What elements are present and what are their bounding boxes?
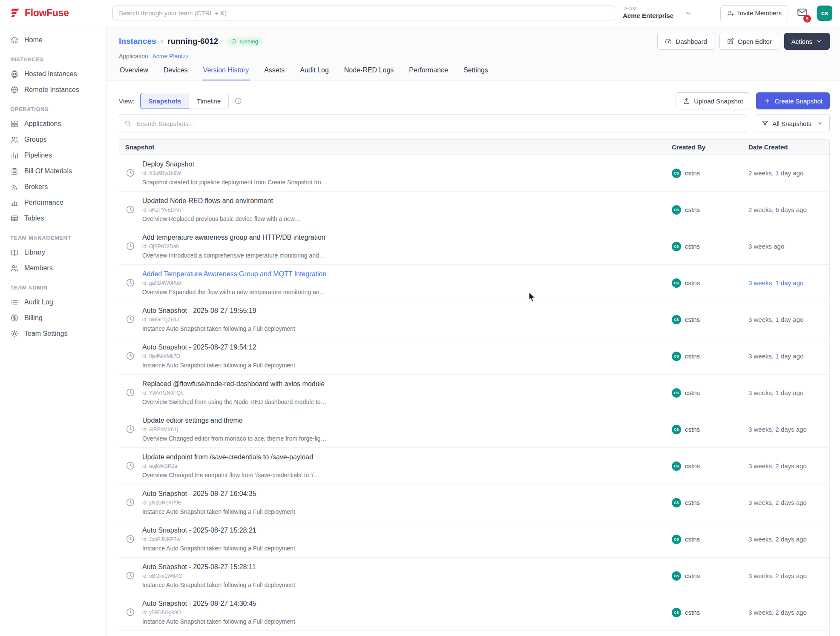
tab-overview[interactable]: Overview [119,66,149,80]
invite-members-button[interactable]: Invite Members [720,5,788,21]
snapshot-title[interactable]: Auto Snapshot - 2025-08-27 19:54:12 [142,343,295,352]
snapshot-id: id: y5RD5Ggk0O [142,610,295,616]
breadcrumb-instances-link[interactable]: Instances [119,37,156,46]
snapshot-row[interactable]: Update editor settings and theme id: AlR… [119,411,829,448]
date-created-cell: 3 weeks, 1 day ago [748,316,829,323]
snapshot-title[interactable]: Add temperature awareness group and HTTP… [142,233,325,242]
snapshot-row[interactable]: Update endpoint from /save-credentials t… [119,448,829,484]
tab-settings[interactable]: Settings [463,66,489,80]
author-name: cstns [685,206,700,213]
upload-snapshot-button[interactable]: Upload Snapshot [676,92,750,109]
tab-audit-log[interactable]: Audit Log [299,66,330,80]
snapshot-id: id: JxpPJNKPZw [142,536,295,543]
column-header-created-by[interactable]: Created By [672,143,748,151]
snapshot-row[interactable]: Add HTTP endpoint for saving credentials… [119,631,829,636]
snapshot-row[interactable]: Updated Node-RED flows and environment i… [119,192,829,228]
notifications-button[interactable]: 5 [797,7,808,20]
tab-node-red-logs[interactable]: Node-RED Logs [343,66,395,80]
snapshot-row[interactable]: Auto Snapshot - 2025-08-27 15:28:11 id: … [119,558,829,594]
application-link[interactable]: Acme Plantzz [152,53,189,60]
column-header-snapshot[interactable]: Snapshot [119,143,672,151]
created-by-cell: cs cstns [672,498,748,507]
info-icon[interactable] [234,97,242,105]
snapshot-row[interactable]: Add temperature awareness group and HTTP… [119,228,829,265]
open-editor-button[interactable]: Open Editor [719,33,779,50]
snapshot-row[interactable]: Auto Snapshot - 2025-08-27 19:55:19 id: … [119,301,829,338]
snapshot-title[interactable]: Deploy Snapshot [142,160,327,169]
snapshot-title[interactable]: Replaced @flowfuse/node-red-dashboard wi… [142,380,327,389]
table-header: Snapshot Created By Date Created [119,140,829,155]
user-avatar[interactable]: cs [817,6,832,21]
snapshot-filter-dropdown[interactable]: All Snapshots [755,115,830,132]
snapshot-row[interactable]: Auto Snapshot - 2025-08-27 14:30:45 id: … [119,594,829,631]
sidebar-item-audit-log[interactable]: Audit Log [0,294,106,310]
author-name: cstns [685,462,700,470]
create-snapshot-button[interactable]: Create Snapshot [756,92,830,109]
sidebar-item-groups[interactable]: Groups [0,132,106,147]
author-name: cstns [685,316,700,323]
snapshot-title[interactable]: Update editor settings and theme [142,416,327,425]
snapshot-row[interactable]: Auto Snapshot - 2025-08-27 19:54:12 id: … [119,338,829,375]
created-by-cell: cs cstns [672,169,748,178]
snapshot-row[interactable]: Deploy Snapshot id: X3o6Bw1k9W Snapshot … [119,155,829,192]
snapshot-description: Snapshot created for pipeline deployment… [142,178,327,186]
breadcrumb: Instances › running-6012 running [119,37,263,46]
date-created-cell: 3 weeks, 1 day ago [748,279,829,286]
tab-version-history[interactable]: Version History [202,66,250,80]
sidebar-item-team-settings[interactable]: Team Settings [0,326,106,341]
snapshot-search-input[interactable] [119,115,746,132]
flowfuse-logo[interactable]: FlowFuse [0,7,106,19]
snapshot-row[interactable]: Auto Snapshot - 2025-08-27 15:28:21 id: … [119,521,829,558]
sidebar-item-pipelines[interactable]: Pipelines [0,147,106,163]
snapshot-row[interactable]: Auto Snapshot - 2025-08-27 16:04:35 id: … [119,484,829,521]
sidebar-item-members[interactable]: Members [0,260,106,276]
snapshot-row[interactable]: Replaced @flowfuse/node-red-dashboard wi… [119,375,829,411]
snapshot-title[interactable]: Auto Snapshot - 2025-08-27 19:55:19 [142,307,295,315]
globe-icon [10,86,19,94]
snapshot-title[interactable]: Auto Snapshot - 2025-08-27 15:28:11 [142,563,295,572]
date-created-cell: 3 weeks, 2 days ago [748,426,829,433]
sidebar-item-billing[interactable]: Billing [0,310,106,326]
sidebar-item-label: Applications [24,120,61,128]
team-switcher[interactable]: TEAM: Acme Enterprise [623,6,692,20]
author-name: cstns [685,389,700,396]
tab-assets[interactable]: Assets [263,66,285,80]
view-toggle-snapshots[interactable]: Snapshots [140,93,189,109]
column-header-date-created[interactable]: Date Created [748,143,829,151]
sidebar-item-applications[interactable]: Applications [0,116,106,132]
funnel-icon [761,120,769,127]
clock-icon [125,278,135,288]
sidebar-item-label: Remote Instances [24,86,79,94]
tab-performance[interactable]: Performance [408,66,449,80]
user-plus-icon [727,9,734,17]
sidebar-item-hosted-instances[interactable]: Hosted Instances [0,66,106,82]
author-name: cstns [685,426,700,433]
sidebar-item-performance[interactable]: Performance [0,195,106,210]
snapshot-search-row: All Snapshots [119,115,830,132]
sidebar-item-label: Audit Log [24,298,53,306]
dashboard-button[interactable]: Dashboard [657,33,714,50]
sidebar-item-library[interactable]: Library [0,244,106,260]
sidebar-item-bill-of-materials[interactable]: Bill Of Materials [0,163,106,179]
clock-icon [125,241,135,251]
sidebar-item-remote-instances[interactable]: Remote Instances [0,82,106,97]
actions-label: Actions [791,38,812,45]
snapshot-id: id: 0jwPAXMk7O [142,353,295,360]
notification-badge: 5 [803,15,811,23]
snapshot-title[interactable]: Auto Snapshot - 2025-08-27 16:04:35 [142,490,295,498]
snapshot-row[interactable]: Added Temperature Awareness Group and MQ… [119,265,829,301]
view-toggle-timeline[interactable]: Timeline [189,93,229,109]
flowfuse-logo-icon [9,7,21,19]
actions-button[interactable]: Actions [784,33,830,50]
snapshot-id: id: AlRPoMX61j [142,427,327,433]
snapshot-title[interactable]: Auto Snapshot - 2025-08-27 14:30:45 [142,599,295,608]
snapshot-title[interactable]: Update endpoint from /save-credentials t… [142,453,319,462]
tab-devices[interactable]: Devices [163,66,189,80]
sidebar-item-brokers[interactable]: Brokers [0,179,106,195]
global-search-input[interactable] [112,6,615,20]
snapshot-title[interactable]: Updated Node-RED flows and environment [142,197,301,206]
snapshot-title[interactable]: Added Temperature Awareness Group and MQ… [142,270,326,279]
sidebar-item-tables[interactable]: Tables [0,210,106,226]
snapshot-title[interactable]: Auto Snapshot - 2025-08-27 15:28:21 [142,526,295,535]
sidebar-item-home[interactable]: Home [0,32,106,48]
